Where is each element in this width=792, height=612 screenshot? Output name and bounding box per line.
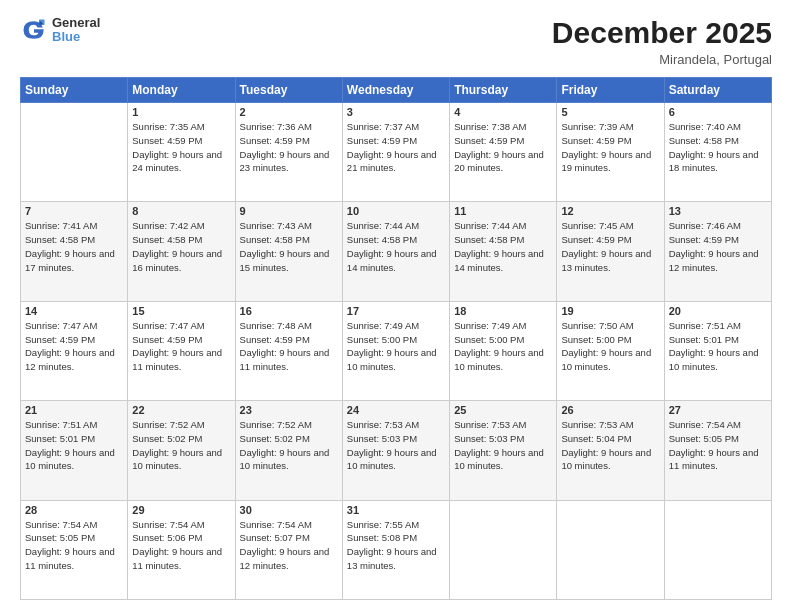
calendar-week-row: 28Sunrise: 7:54 AMSunset: 5:05 PMDayligh… bbox=[21, 500, 772, 599]
day-info: Sunrise: 7:42 AMSunset: 4:58 PMDaylight:… bbox=[132, 219, 230, 274]
daylight-text: Daylight: 9 hours and 10 minutes. bbox=[25, 447, 115, 472]
daylight-text: Daylight: 9 hours and 13 minutes. bbox=[347, 546, 437, 571]
calendar-cell: 29Sunrise: 7:54 AMSunset: 5:06 PMDayligh… bbox=[128, 500, 235, 599]
day-number: 28 bbox=[25, 504, 123, 516]
sunrise-text: Sunrise: 7:36 AM bbox=[240, 121, 312, 132]
calendar-cell: 24Sunrise: 7:53 AMSunset: 5:03 PMDayligh… bbox=[342, 401, 449, 500]
calendar-cell: 1Sunrise: 7:35 AMSunset: 4:59 PMDaylight… bbox=[128, 103, 235, 202]
day-number: 30 bbox=[240, 504, 338, 516]
calendar-header-saturday: Saturday bbox=[664, 78, 771, 103]
calendar-header-tuesday: Tuesday bbox=[235, 78, 342, 103]
daylight-text: Daylight: 9 hours and 14 minutes. bbox=[454, 248, 544, 273]
sunrise-text: Sunrise: 7:51 AM bbox=[25, 419, 97, 430]
day-number: 15 bbox=[132, 305, 230, 317]
calendar-week-row: 1Sunrise: 7:35 AMSunset: 4:59 PMDaylight… bbox=[21, 103, 772, 202]
daylight-text: Daylight: 9 hours and 24 minutes. bbox=[132, 149, 222, 174]
sunset-text: Sunset: 5:00 PM bbox=[454, 334, 524, 345]
calendar-cell bbox=[450, 500, 557, 599]
sunset-text: Sunset: 5:01 PM bbox=[669, 334, 739, 345]
sunset-text: Sunset: 4:59 PM bbox=[132, 135, 202, 146]
calendar-cell: 30Sunrise: 7:54 AMSunset: 5:07 PMDayligh… bbox=[235, 500, 342, 599]
day-number: 17 bbox=[347, 305, 445, 317]
calendar-cell: 22Sunrise: 7:52 AMSunset: 5:02 PMDayligh… bbox=[128, 401, 235, 500]
daylight-text: Daylight: 9 hours and 11 minutes. bbox=[669, 447, 759, 472]
calendar-cell: 9Sunrise: 7:43 AMSunset: 4:58 PMDaylight… bbox=[235, 202, 342, 301]
sunset-text: Sunset: 4:58 PM bbox=[132, 234, 202, 245]
sunrise-text: Sunrise: 7:54 AM bbox=[132, 519, 204, 530]
day-info: Sunrise: 7:45 AMSunset: 4:59 PMDaylight:… bbox=[561, 219, 659, 274]
daylight-text: Daylight: 9 hours and 10 minutes. bbox=[561, 447, 651, 472]
calendar-table: SundayMondayTuesdayWednesdayThursdayFrid… bbox=[20, 77, 772, 600]
sunset-text: Sunset: 4:59 PM bbox=[561, 135, 631, 146]
day-info: Sunrise: 7:44 AMSunset: 4:58 PMDaylight:… bbox=[347, 219, 445, 274]
day-number: 16 bbox=[240, 305, 338, 317]
daylight-text: Daylight: 9 hours and 10 minutes. bbox=[347, 347, 437, 372]
day-info: Sunrise: 7:36 AMSunset: 4:59 PMDaylight:… bbox=[240, 120, 338, 175]
sunrise-text: Sunrise: 7:41 AM bbox=[25, 220, 97, 231]
daylight-text: Daylight: 9 hours and 12 minutes. bbox=[25, 347, 115, 372]
day-number: 31 bbox=[347, 504, 445, 516]
calendar-cell: 12Sunrise: 7:45 AMSunset: 4:59 PMDayligh… bbox=[557, 202, 664, 301]
sunset-text: Sunset: 4:59 PM bbox=[132, 334, 202, 345]
location: Mirandela, Portugal bbox=[552, 52, 772, 67]
day-info: Sunrise: 7:53 AMSunset: 5:03 PMDaylight:… bbox=[347, 418, 445, 473]
daylight-text: Daylight: 9 hours and 11 minutes. bbox=[240, 347, 330, 372]
calendar-header-sunday: Sunday bbox=[21, 78, 128, 103]
sunrise-text: Sunrise: 7:52 AM bbox=[240, 419, 312, 430]
day-info: Sunrise: 7:51 AMSunset: 5:01 PMDaylight:… bbox=[669, 319, 767, 374]
calendar-cell: 20Sunrise: 7:51 AMSunset: 5:01 PMDayligh… bbox=[664, 301, 771, 400]
sunrise-text: Sunrise: 7:49 AM bbox=[347, 320, 419, 331]
day-number: 25 bbox=[454, 404, 552, 416]
day-info: Sunrise: 7:43 AMSunset: 4:58 PMDaylight:… bbox=[240, 219, 338, 274]
daylight-text: Daylight: 9 hours and 11 minutes. bbox=[132, 347, 222, 372]
sunrise-text: Sunrise: 7:35 AM bbox=[132, 121, 204, 132]
calendar-cell: 27Sunrise: 7:54 AMSunset: 5:05 PMDayligh… bbox=[664, 401, 771, 500]
sunset-text: Sunset: 4:59 PM bbox=[240, 135, 310, 146]
calendar-cell: 10Sunrise: 7:44 AMSunset: 4:58 PMDayligh… bbox=[342, 202, 449, 301]
day-number: 4 bbox=[454, 106, 552, 118]
calendar-header-row: SundayMondayTuesdayWednesdayThursdayFrid… bbox=[21, 78, 772, 103]
day-number: 11 bbox=[454, 205, 552, 217]
sunset-text: Sunset: 5:02 PM bbox=[240, 433, 310, 444]
calendar-cell: 21Sunrise: 7:51 AMSunset: 5:01 PMDayligh… bbox=[21, 401, 128, 500]
sunset-text: Sunset: 5:06 PM bbox=[132, 532, 202, 543]
sunset-text: Sunset: 4:59 PM bbox=[454, 135, 524, 146]
day-info: Sunrise: 7:54 AMSunset: 5:05 PMDaylight:… bbox=[669, 418, 767, 473]
daylight-text: Daylight: 9 hours and 21 minutes. bbox=[347, 149, 437, 174]
day-info: Sunrise: 7:50 AMSunset: 5:00 PMDaylight:… bbox=[561, 319, 659, 374]
day-info: Sunrise: 7:51 AMSunset: 5:01 PMDaylight:… bbox=[25, 418, 123, 473]
day-info: Sunrise: 7:52 AMSunset: 5:02 PMDaylight:… bbox=[240, 418, 338, 473]
calendar-header-monday: Monday bbox=[128, 78, 235, 103]
calendar-cell: 14Sunrise: 7:47 AMSunset: 4:59 PMDayligh… bbox=[21, 301, 128, 400]
sunset-text: Sunset: 5:02 PM bbox=[132, 433, 202, 444]
day-number: 9 bbox=[240, 205, 338, 217]
sunrise-text: Sunrise: 7:49 AM bbox=[454, 320, 526, 331]
sunrise-text: Sunrise: 7:54 AM bbox=[25, 519, 97, 530]
sunset-text: Sunset: 4:59 PM bbox=[669, 234, 739, 245]
sunset-text: Sunset: 4:58 PM bbox=[454, 234, 524, 245]
daylight-text: Daylight: 9 hours and 12 minutes. bbox=[669, 248, 759, 273]
sunrise-text: Sunrise: 7:38 AM bbox=[454, 121, 526, 132]
calendar-cell: 13Sunrise: 7:46 AMSunset: 4:59 PMDayligh… bbox=[664, 202, 771, 301]
daylight-text: Daylight: 9 hours and 10 minutes. bbox=[561, 347, 651, 372]
calendar-cell: 11Sunrise: 7:44 AMSunset: 4:58 PMDayligh… bbox=[450, 202, 557, 301]
day-info: Sunrise: 7:55 AMSunset: 5:08 PMDaylight:… bbox=[347, 518, 445, 573]
calendar-week-row: 14Sunrise: 7:47 AMSunset: 4:59 PMDayligh… bbox=[21, 301, 772, 400]
sunset-text: Sunset: 4:58 PM bbox=[25, 234, 95, 245]
day-number: 13 bbox=[669, 205, 767, 217]
sunrise-text: Sunrise: 7:47 AM bbox=[132, 320, 204, 331]
title-section: December 2025 Mirandela, Portugal bbox=[552, 16, 772, 67]
day-info: Sunrise: 7:47 AMSunset: 4:59 PMDaylight:… bbox=[132, 319, 230, 374]
day-number: 12 bbox=[561, 205, 659, 217]
sunset-text: Sunset: 5:08 PM bbox=[347, 532, 417, 543]
daylight-text: Daylight: 9 hours and 10 minutes. bbox=[669, 347, 759, 372]
sunrise-text: Sunrise: 7:48 AM bbox=[240, 320, 312, 331]
day-number: 10 bbox=[347, 205, 445, 217]
day-info: Sunrise: 7:38 AMSunset: 4:59 PMDaylight:… bbox=[454, 120, 552, 175]
sunrise-text: Sunrise: 7:43 AM bbox=[240, 220, 312, 231]
sunrise-text: Sunrise: 7:47 AM bbox=[25, 320, 97, 331]
day-number: 1 bbox=[132, 106, 230, 118]
sunrise-text: Sunrise: 7:40 AM bbox=[669, 121, 741, 132]
day-info: Sunrise: 7:48 AMSunset: 4:59 PMDaylight:… bbox=[240, 319, 338, 374]
day-number: 7 bbox=[25, 205, 123, 217]
